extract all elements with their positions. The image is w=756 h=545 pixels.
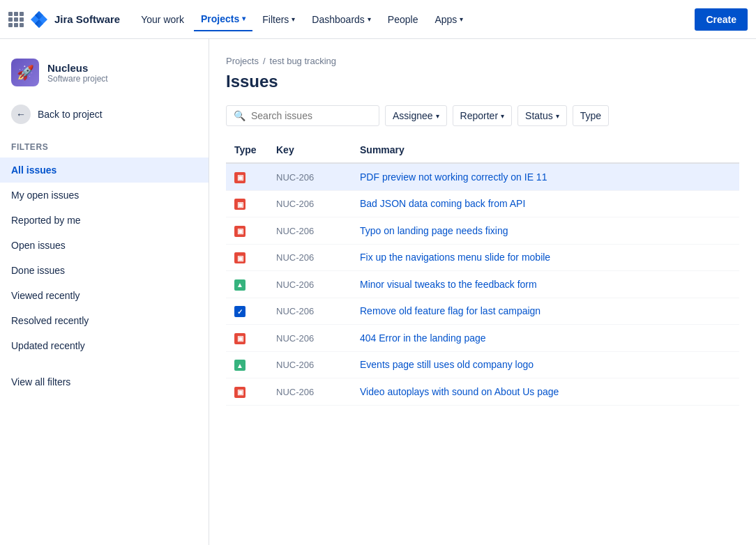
issue-key-cell: NUC-206 [268,190,351,217]
filters-label: Filters [0,137,209,158]
issue-key-cell: NUC-206 [268,325,351,352]
issue-key: NUC-206 [276,306,314,316]
issue-summary-cell[interactable]: Bad JSON data coming back from API [351,190,739,217]
search-input[interactable] [251,110,363,121]
issue-key-cell: NUC-206 [268,163,351,190]
main-content: Projects / test bug tracking Issues 🔍 As… [209,39,756,545]
nav-dashboards[interactable]: Dashboards ▾ [305,8,378,31]
issue-key: NUC-206 [276,172,314,183]
nav-people[interactable]: People [381,8,425,31]
col-type: Type [226,137,268,163]
issue-summary[interactable]: Minor visual tweaks to the feedback form [360,279,537,290]
breadcrumb: Projects / test bug tracking [226,56,739,66]
nav-links: Your work Projects ▾ Filters ▾ Dashboard… [134,8,689,31]
issue-summary-cell[interactable]: PDF preview not working correctly on IE … [351,163,739,190]
issue-summary[interactable]: Bad JSON data coming back from API [360,198,525,209]
breadcrumb-projects[interactable]: Projects [226,56,259,66]
create-button[interactable]: Create [695,8,748,31]
issue-type-cell: ▣ [226,217,268,245]
table-header: Type Key Summary [226,137,739,163]
back-to-project[interactable]: ← Back to project [0,98,209,131]
table-row[interactable]: ▣ NUC-206 Typo on landing page needs fix… [226,217,739,245]
chevron-down-icon: ▾ [436,112,439,120]
bug-icon: ▣ [234,199,245,210]
issues-list: ▣ NUC-206 PDF preview not working correc… [226,163,739,405]
issue-key: NUC-206 [276,360,314,370]
jira-logo-icon [29,10,49,29]
reporter-filter[interactable]: Reporter ▾ [453,105,512,126]
nav-filters[interactable]: Filters ▾ [255,8,302,31]
issue-summary-cell[interactable]: Typo on landing page needs fixing [351,217,739,245]
issue-summary[interactable]: Remove old feature flag for last campaig… [360,305,540,316]
logo-area: Jira Software [8,10,120,29]
issue-summary[interactable]: PDF preview not working correctly on IE … [360,171,547,183]
issue-summary-cell[interactable]: Remove old feature flag for last campaig… [351,298,739,325]
issue-type-cell: ▲ [226,271,268,298]
sidebar-item-viewed-recently[interactable]: Viewed recently [0,283,209,308]
table-row[interactable]: ▣ NUC-206 PDF preview not working correc… [226,163,739,190]
issue-summary-cell[interactable]: 404 Error in the landing page [351,325,739,352]
bug-icon: ▣ [234,333,245,344]
issue-summary[interactable]: Fix up the navigations menu slide for mo… [360,252,550,263]
issue-summary[interactable]: Events page still uses old company logo [360,359,534,370]
issue-key-cell: NUC-206 [268,244,351,271]
status-filter[interactable]: Status ▾ [517,105,567,126]
issue-summary-cell[interactable]: Video autoplays with sound on About Us p… [351,378,739,406]
sidebar: 🚀 Nucleus Software project ← Back to pro… [0,39,209,545]
issue-type-cell: ✓ [226,298,268,325]
sidebar-item-resolved-recently[interactable]: Resolved recently [0,308,209,333]
assignee-filter[interactable]: Assignee ▾ [385,105,447,126]
main-layout: 🚀 Nucleus Software project ← Back to pro… [0,39,756,545]
chevron-down-icon: ▾ [501,112,504,120]
issue-key: NUC-206 [276,387,314,397]
chevron-down-icon: ▾ [556,112,559,120]
sidebar-item-open-issues[interactable]: Open issues [0,233,209,258]
project-avatar: 🚀 [11,59,39,86]
table-row[interactable]: ▣ NUC-206 404 Error in the landing page [226,325,739,352]
nav-your-work[interactable]: Your work [134,8,191,31]
grid-menu-icon[interactable] [8,12,24,27]
nav-apps[interactable]: Apps ▾ [428,8,470,31]
table-row[interactable]: ▣ NUC-206 Bad JSON data coming back from… [226,190,739,217]
issue-type-cell: ▣ [226,163,268,190]
issue-summary[interactable]: Video autoplays with sound on About Us p… [360,386,559,397]
sidebar-item-reported-by-me[interactable]: Reported by me [0,208,209,233]
issue-key-cell: NUC-206 [268,271,351,298]
issue-type-cell: ▣ [226,244,268,271]
issue-type-cell: ▣ [226,378,268,406]
story-icon: ▲ [234,279,245,291]
issue-type-cell: ▣ [226,325,268,352]
table-row[interactable]: ▲ NUC-206 Events page still uses old com… [226,351,739,378]
issue-summary-cell[interactable]: Minor visual tweaks to the feedback form [351,271,739,298]
issue-key-cell: NUC-206 [268,298,351,325]
issue-key-cell: NUC-206 [268,378,351,406]
done-icon: ✓ [234,306,245,317]
chevron-down-icon: ▾ [292,15,295,23]
nav-projects[interactable]: Projects ▾ [194,8,252,31]
type-filter[interactable]: Type [573,105,609,126]
sidebar-item-all-issues[interactable]: All issues [0,158,209,183]
chevron-down-icon: ▾ [368,15,371,23]
table-row[interactable]: ✓ NUC-206 Remove old feature flag for la… [226,298,739,325]
issue-summary[interactable]: 404 Error in the landing page [360,332,486,344]
project-header: 🚀 Nucleus Software project [0,50,209,98]
issues-table: Type Key Summary ▣ NUC-206 PDF preview n… [226,137,739,406]
issue-type-cell: ▣ [226,190,268,217]
sidebar-item-done-issues[interactable]: Done issues [0,258,209,283]
table-row[interactable]: ▣ NUC-206 Fix up the navigations menu sl… [226,244,739,271]
sidebar-item-updated-recently[interactable]: Updated recently [0,333,209,358]
issue-key: NUC-206 [276,279,314,290]
search-box[interactable]: 🔍 [226,105,379,126]
sidebar-item-view-all-filters[interactable]: View all filters [0,369,209,394]
issue-key-cell: NUC-206 [268,217,351,245]
issue-summary[interactable]: Typo on landing page needs fixing [360,225,508,236]
issue-key: NUC-206 [276,226,314,236]
sidebar-item-my-open-issues[interactable]: My open issues [0,183,209,208]
table-row[interactable]: ▲ NUC-206 Minor visual tweaks to the fee… [226,271,739,298]
issue-summary-cell[interactable]: Events page still uses old company logo [351,351,739,378]
issue-summary-cell[interactable]: Fix up the navigations menu slide for mo… [351,244,739,271]
breadcrumb-current: test bug tracking [270,56,336,66]
issue-type-cell: ▲ [226,351,268,378]
table-row[interactable]: ▣ NUC-206 Video autoplays with sound on … [226,378,739,406]
bug-icon: ▣ [234,226,245,237]
